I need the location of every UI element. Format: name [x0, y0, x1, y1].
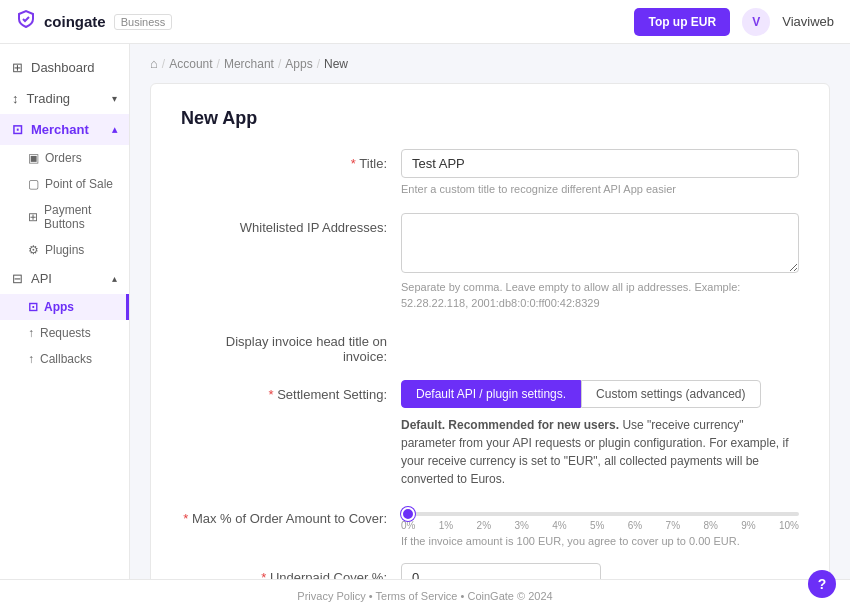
apps-icon: ⊡: [28, 300, 38, 314]
required-star: *: [351, 156, 356, 171]
chevron-up-icon: ▴: [112, 273, 117, 284]
whitelisted-ip-hint: Separate by comma. Leave empty to allow …: [401, 280, 799, 311]
slider-label: 2%: [477, 520, 491, 531]
plugins-icon: ⚙: [28, 243, 39, 257]
chevron-down-icon: ▾: [112, 93, 117, 104]
home-icon[interactable]: ⌂: [150, 56, 158, 71]
sidebar-item-callbacks[interactable]: ↑ Callbacks: [0, 346, 129, 372]
breadcrumb-account[interactable]: Account: [169, 57, 212, 71]
slider-label: 8%: [703, 520, 717, 531]
title-input[interactable]: [401, 149, 799, 178]
slider-track: [401, 512, 799, 516]
whitelisted-ip-label: Whitelisted IP Addresses:: [181, 213, 401, 235]
sidebar-item-requests[interactable]: ↑ Requests: [0, 320, 129, 346]
api-icon: ⊟: [12, 271, 23, 286]
sidebar-item-plugins[interactable]: ⚙ Plugins: [0, 237, 129, 263]
display-invoice-content: [401, 327, 799, 342]
breadcrumb-apps[interactable]: Apps: [285, 57, 312, 71]
title-hint: Enter a custom title to recognize differ…: [401, 182, 799, 197]
settlement-desc-bold: Default. Recommended for new users.: [401, 418, 619, 432]
sidebar-item-merchant[interactable]: ⊡ Merchant ▴: [0, 114, 129, 145]
privacy-policy-link[interactable]: Privacy Policy: [297, 590, 365, 602]
breadcrumb-merchant[interactable]: Merchant: [224, 57, 274, 71]
topbar-left: coingate Business: [16, 9, 172, 34]
settlement-tab-default[interactable]: Default API / plugin settings.: [401, 380, 581, 408]
topup-button[interactable]: Top up EUR: [634, 8, 730, 36]
avatar: V: [742, 8, 770, 36]
payment-buttons-icon: ⊞: [28, 210, 38, 224]
sidebar-item-apps[interactable]: ⊡ Apps: [0, 294, 129, 320]
whitelisted-ip-content: Separate by comma. Leave empty to allow …: [401, 213, 799, 311]
footer: Privacy Policy • Terms of Service • Coin…: [0, 579, 850, 612]
max-percent-slider[interactable]: [401, 512, 799, 516]
settlement-tabs: Default API / plugin settings. Custom se…: [401, 380, 799, 408]
topbar: coingate Business Top up EUR V Viaviweb: [0, 0, 850, 44]
settlement-tab-custom[interactable]: Custom settings (advanced): [581, 380, 760, 408]
max-percent-row: * Max % of Order Amount to Cover: 0% 1% …: [181, 504, 799, 547]
required-star: *: [183, 511, 188, 526]
slider-label: 10%: [779, 520, 799, 531]
underpaid-row: * Underpaid Cover %: What is this?: [181, 563, 799, 579]
sidebar-item-api[interactable]: ⊟ API ▴: [0, 263, 129, 294]
slider-label: 4%: [552, 520, 566, 531]
breadcrumb-sep: /: [162, 57, 165, 71]
title-content: Enter a custom title to recognize differ…: [401, 149, 799, 197]
slider-label: 9%: [741, 520, 755, 531]
sidebar-item-label: Merchant: [31, 122, 89, 137]
sidebar-item-orders[interactable]: ▣ Orders: [0, 145, 129, 171]
sidebar-item-label: Callbacks: [40, 352, 92, 366]
slider-label: 1%: [439, 520, 453, 531]
settlement-row: * Settlement Setting: Default API / plug…: [181, 380, 799, 488]
required-star: *: [268, 387, 273, 402]
display-invoice-row: Display invoice head title on invoice:: [181, 327, 799, 364]
max-percent-label: * Max % of Order Amount to Cover:: [181, 504, 401, 526]
slider-label: 6%: [628, 520, 642, 531]
sidebar-item-trading[interactable]: ↕ Trading ▾: [0, 83, 129, 114]
orders-icon: ▣: [28, 151, 39, 165]
merchant-icon: ⊡: [12, 122, 23, 137]
max-percent-content: 0% 1% 2% 3% 4% 5% 6% 7% 8% 9% 10% I: [401, 504, 799, 547]
footer-sep: •: [369, 590, 376, 602]
slider-label: 5%: [590, 520, 604, 531]
sidebar-item-point-of-sale[interactable]: ▢ Point of Sale: [0, 171, 129, 197]
slider-label: 0%: [401, 520, 415, 531]
logo-icon: [16, 9, 36, 34]
requests-icon: ↑: [28, 326, 34, 340]
new-app-card: New App * Title: Enter a custom title to…: [150, 83, 830, 579]
help-button[interactable]: ?: [808, 570, 836, 598]
title-row: * Title: Enter a custom title to recogni…: [181, 149, 799, 197]
sidebar: ⊞ Dashboard ↕ Trading ▾ ⊡ Merchant ▴ ▣ O…: [0, 44, 130, 579]
slider-label: 7%: [666, 520, 680, 531]
layout: ⊞ Dashboard ↕ Trading ▾ ⊡ Merchant ▴ ▣ O…: [0, 44, 850, 579]
sidebar-item-label: API: [31, 271, 52, 286]
callbacks-icon: ↑: [28, 352, 34, 366]
page-title: New App: [181, 108, 799, 129]
breadcrumb-sep: /: [217, 57, 220, 71]
terms-of-service-link[interactable]: Terms of Service: [376, 590, 458, 602]
sidebar-item-dashboard[interactable]: ⊞ Dashboard: [0, 52, 129, 83]
chevron-up-icon: ▴: [112, 124, 117, 135]
main-content: ⌂ / Account / Merchant / Apps / New New …: [130, 44, 850, 579]
logo-text: coingate: [44, 13, 106, 30]
settlement-desc: Default. Recommended for new users. Use …: [401, 416, 799, 488]
required-star: *: [261, 570, 266, 579]
breadcrumb-sep: /: [278, 57, 281, 71]
trading-icon: ↕: [12, 91, 19, 106]
sidebar-item-label: Requests: [40, 326, 91, 340]
underpaid-input[interactable]: [401, 563, 601, 579]
sidebar-item-label: Point of Sale: [45, 177, 113, 191]
display-invoice-label: Display invoice head title on invoice:: [181, 327, 401, 364]
whitelisted-ip-row: Whitelisted IP Addresses: Separate by co…: [181, 213, 799, 311]
whitelisted-ip-input[interactable]: [401, 213, 799, 273]
breadcrumb-current: New: [324, 57, 348, 71]
slider-container: 0% 1% 2% 3% 4% 5% 6% 7% 8% 9% 10% I: [401, 512, 799, 547]
slider-label: 3%: [514, 520, 528, 531]
settlement-content: Default API / plugin settings. Custom se…: [401, 380, 799, 488]
pos-icon: ▢: [28, 177, 39, 191]
sidebar-item-payment-buttons[interactable]: ⊞ Payment Buttons: [0, 197, 129, 237]
dashboard-icon: ⊞: [12, 60, 23, 75]
slider-labels: 0% 1% 2% 3% 4% 5% 6% 7% 8% 9% 10%: [401, 520, 799, 531]
slider-hint: If the invoice amount is 100 EUR, you ag…: [401, 535, 799, 547]
business-badge: Business: [114, 14, 173, 30]
underpaid-label: * Underpaid Cover %:: [181, 563, 401, 579]
